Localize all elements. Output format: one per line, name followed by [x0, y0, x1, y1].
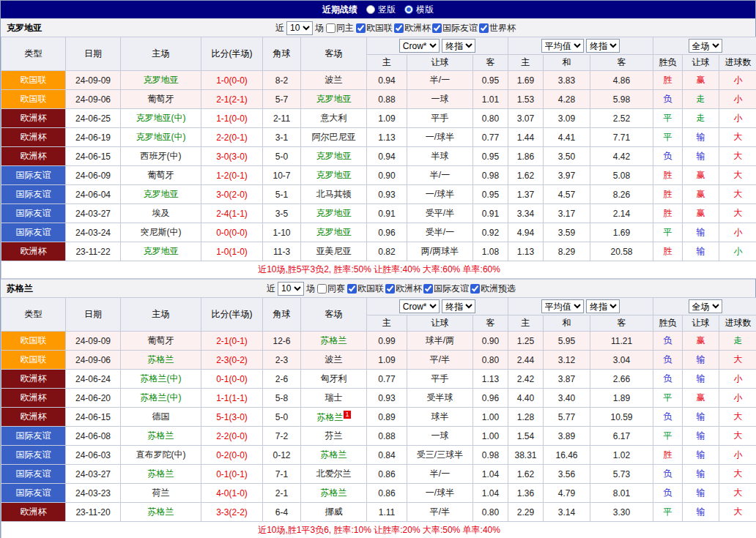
away-team: 波兰 [301, 351, 367, 370]
match-row: 欧洲杯23-11-20苏格兰3-3(2-2)6-4挪威1.11平/半0.802.… [1, 503, 756, 522]
fulltime-select[interactable]: 全场 [689, 39, 722, 53]
result-handicap: 输 [683, 465, 719, 484]
match-score[interactable]: 3-0(2-0) [201, 185, 263, 204]
bookmaker-select[interactable]: Crow* [399, 299, 440, 313]
match-score[interactable]: 2-3(0-2) [201, 351, 263, 370]
match-row: 欧洲杯24-06-24苏格兰(中)0-1(0-0)2-6匈牙利0.77平手1.1… [1, 370, 756, 389]
euro-away-odds: 1.69 [590, 223, 653, 242]
asian-home-odds: 0.93 [367, 185, 407, 204]
match-score[interactable]: 3-0(3-0) [201, 147, 263, 166]
match-score[interactable]: 1-0(1-0) [201, 242, 263, 261]
euro-away-odds: 2.14 [590, 204, 653, 223]
match-score[interactable]: 3-3(2-2) [201, 503, 263, 522]
match-score[interactable]: 0-1(0-0) [201, 370, 263, 389]
match-date: 24-06-03 [66, 446, 121, 465]
euro-draw-odds: 4.79 [544, 484, 590, 503]
subcol-euro-draw: 和 [544, 315, 590, 332]
result-handicap: 走 [683, 109, 719, 128]
asian-odds-time-select[interactable]: 终指 [442, 299, 475, 313]
corners: 5-7 [263, 90, 301, 109]
layout-horizontal-radio[interactable]: 横版 [404, 4, 434, 16]
competition-type: 国际友谊 [1, 223, 66, 242]
fulltime-header: 全场 [653, 37, 756, 55]
focus-team-name: 克罗地亚(中) [136, 132, 186, 142]
league-filters: 欧国联欧洲杯国际友谊世界杯 [356, 22, 516, 34]
league-filter-世界杯[interactable]: 世界杯 [479, 22, 516, 34]
same-competition-checkbox[interactable] [317, 284, 327, 294]
focus-team-name: 苏格兰 [148, 354, 174, 365]
league-filter-欧洲杯[interactable]: 欧洲杯 [385, 283, 422, 295]
radio-label: 竖版 [378, 4, 396, 16]
same-venue-filter[interactable]: 同主 [326, 22, 354, 34]
match-row: 国际友谊24-06-08苏格兰2-2(0-0)7-2芬兰0.88一球1.001.… [1, 427, 756, 446]
match-score[interactable]: 0-2(0-0) [201, 446, 263, 465]
match-score[interactable]: 1-0(0-0) [201, 71, 263, 90]
asian-handicap: 一球 [407, 90, 473, 109]
match-score[interactable]: 4-0(1-0) [201, 484, 263, 503]
result-goals: 小 [719, 242, 756, 261]
match-score[interactable]: 2-1(2-1) [201, 90, 263, 109]
layout-vertical-radio[interactable]: 竖版 [366, 4, 396, 16]
league-filter-国际友谊[interactable]: 国际友谊 [432, 22, 478, 34]
opponent-name: 埃及 [152, 208, 170, 218]
corners: 12-6 [263, 332, 301, 351]
average-select[interactable]: 平均值 [541, 299, 584, 313]
result-handicap: 输 [683, 484, 719, 503]
league-checkbox[interactable] [385, 284, 395, 294]
euro-odds-time-select[interactable]: 终指 [586, 39, 620, 53]
corners: 3-1 [263, 128, 301, 147]
league-checkbox[interactable] [394, 23, 404, 33]
same-competition-filter[interactable]: 同赛 [317, 283, 345, 295]
match-score[interactable]: 0-1(0-1) [201, 465, 263, 484]
league-filter-国际友谊[interactable]: 国际友谊 [423, 283, 469, 295]
asian-odds-time-select[interactable]: 终指 [442, 39, 475, 53]
euro-home-odds: 1.62 [508, 166, 544, 185]
euro-odds-time-select[interactable]: 终指 [586, 299, 620, 313]
league-filter-欧洲杯[interactable]: 欧洲杯 [394, 22, 431, 34]
result-handicap: 输 [683, 446, 719, 465]
bookmaker-select[interactable]: Crow* [399, 39, 440, 53]
opponent-name: 芬兰 [325, 430, 343, 441]
recent-count-select[interactable]: 10 [286, 21, 313, 35]
euro-away-odds: 11.21 [590, 332, 653, 351]
euro-draw-odds: 5.77 [544, 408, 590, 427]
euro-draw-odds: 3.89 [544, 427, 590, 446]
competition-type: 欧洲杯 [1, 370, 66, 389]
result-handicap: 赢 [683, 71, 719, 90]
league-checkbox[interactable] [470, 284, 480, 294]
euro-home-odds: 1.62 [508, 465, 544, 484]
games-label: 场 [315, 22, 324, 34]
recent-count-select[interactable]: 10 [278, 282, 304, 296]
league-checkbox[interactable] [432, 23, 442, 33]
match-score[interactable]: 2-4(1-1) [201, 204, 263, 223]
match-score[interactable]: 2-2(0-1) [201, 128, 263, 147]
league-filter-欧国联[interactable]: 欧国联 [347, 283, 384, 295]
match-score[interactable]: 0-0(0-0) [201, 223, 263, 242]
euro-away-odds: 8.26 [590, 185, 653, 204]
away-team: 意大利 [301, 109, 367, 128]
match-date: 24-06-09 [66, 166, 121, 185]
competition-type: 国际友谊 [1, 204, 66, 223]
average-select[interactable]: 平均值 [541, 39, 584, 53]
match-score[interactable]: 1-1(0-0) [201, 109, 263, 128]
league-checkbox[interactable] [347, 284, 357, 294]
section-header: 苏格兰 近 10 场 同赛 欧国联欧洲杯国际友谊欧洲预选 [1, 279, 755, 297]
match-score[interactable]: 1-2(0-1) [201, 166, 263, 185]
league-checkbox[interactable] [479, 23, 489, 33]
home-team: 突尼斯(中) [121, 223, 201, 242]
league-filter-欧洲预选[interactable]: 欧洲预选 [470, 283, 516, 295]
match-score[interactable]: 1-1(1-1) [201, 389, 263, 408]
match-score[interactable]: 5-1(3-0) [201, 408, 263, 427]
match-score[interactable]: 2-2(0-0) [201, 427, 263, 446]
league-checkbox[interactable] [356, 23, 366, 33]
league-filter-欧国联[interactable]: 欧国联 [356, 22, 393, 34]
result-goals: 小 [719, 90, 756, 109]
corners: 7-1 [263, 465, 301, 484]
same-venue-checkbox[interactable] [326, 23, 336, 33]
opponent-name: 瑞士 [325, 392, 343, 403]
match-score[interactable]: 2-1(0-1) [201, 332, 263, 351]
league-checkbox[interactable] [423, 284, 433, 294]
result-handicap: 输 [683, 242, 719, 261]
fulltime-select[interactable]: 全场 [689, 299, 722, 313]
away-team: 芬兰 [301, 427, 367, 446]
